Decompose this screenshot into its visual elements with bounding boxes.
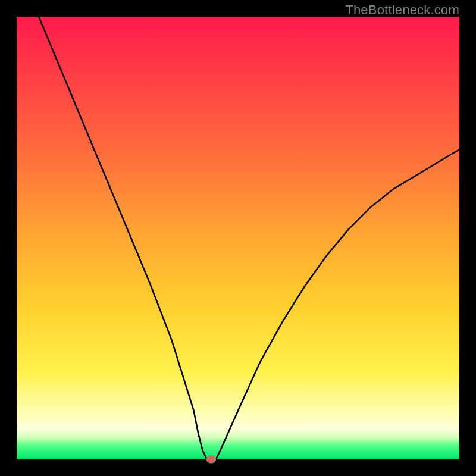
- optimal-marker: [206, 456, 216, 464]
- chart-frame: TheBottleneck.com: [0, 0, 476, 476]
- plot-area: [17, 17, 459, 459]
- watermark-text: TheBottleneck.com: [345, 2, 459, 18]
- bottleneck-curve: [17, 17, 459, 459]
- curve-path: [39, 17, 459, 459]
